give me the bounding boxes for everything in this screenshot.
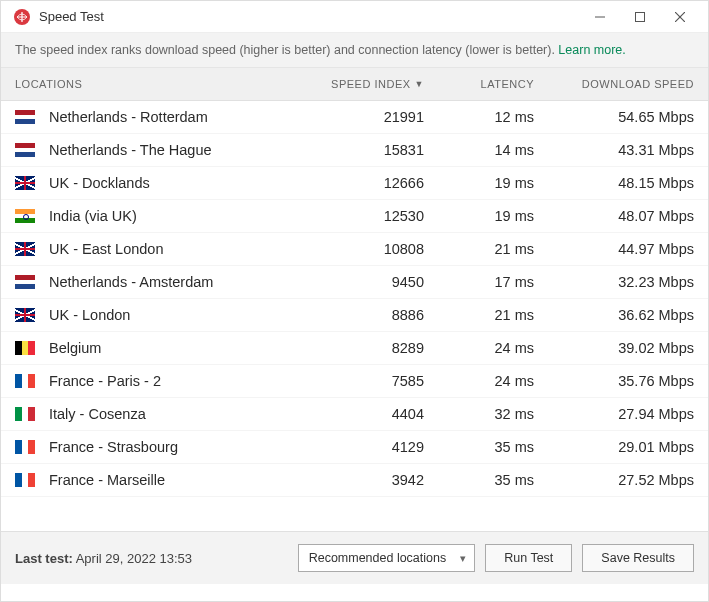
table-body[interactable]: Netherlands - Rotterdam2199112 ms54.65 M… <box>1 101 708 531</box>
latency-value: 21 ms <box>424 241 534 257</box>
location-name: Netherlands - Amsterdam <box>49 274 294 290</box>
flag-icon <box>15 242 35 256</box>
table-row[interactable]: Belgium828924 ms39.02 Mbps <box>1 332 708 365</box>
maximize-button[interactable] <box>620 3 660 31</box>
column-header-download[interactable]: DOWNLOAD SPEED <box>534 78 694 90</box>
location-name: India (via UK) <box>49 208 294 224</box>
table-row[interactable]: France - Marseille394235 ms27.52 Mbps <box>1 464 708 497</box>
latency-value: 21 ms <box>424 307 534 323</box>
locations-dropdown[interactable]: Recommended locations <box>298 544 476 572</box>
speed-index-value: 8886 <box>294 307 424 323</box>
last-test-label: Last test: April 29, 2022 13:53 <box>15 551 192 566</box>
download-value: 35.76 Mbps <box>534 373 694 389</box>
table-row[interactable]: Netherlands - Amsterdam945017 ms32.23 Mb… <box>1 266 708 299</box>
flag-icon <box>15 308 35 322</box>
download-value: 48.15 Mbps <box>534 175 694 191</box>
download-value: 54.65 Mbps <box>534 109 694 125</box>
table-row[interactable]: Netherlands - The Hague1583114 ms43.31 M… <box>1 134 708 167</box>
speed-index-value: 4404 <box>294 406 424 422</box>
table-row[interactable]: UK - East London1080821 ms44.97 Mbps <box>1 233 708 266</box>
latency-value: 12 ms <box>424 109 534 125</box>
table-row[interactable]: India (via UK)1253019 ms48.07 Mbps <box>1 200 708 233</box>
table-row[interactable]: France - Strasbourg412935 ms29.01 Mbps <box>1 431 708 464</box>
speed-index-value: 12666 <box>294 175 424 191</box>
app-icon <box>13 8 31 26</box>
info-bar: The speed index ranks download speed (hi… <box>1 33 708 68</box>
latency-value: 19 ms <box>424 175 534 191</box>
sort-desc-icon: ▼ <box>415 79 424 89</box>
table-header: LOCATIONS SPEED INDEX ▼ LATENCY DOWNLOAD… <box>1 68 708 101</box>
column-header-latency[interactable]: LATENCY <box>424 78 534 90</box>
location-name: France - Paris - 2 <box>49 373 294 389</box>
speed-index-value: 3942 <box>294 472 424 488</box>
svg-rect-2 <box>636 12 645 21</box>
download-value: 36.62 Mbps <box>534 307 694 323</box>
speed-index-value: 8289 <box>294 340 424 356</box>
speed-index-value: 21991 <box>294 109 424 125</box>
speed-index-value: 10808 <box>294 241 424 257</box>
latency-value: 14 ms <box>424 142 534 158</box>
flag-icon <box>15 407 35 421</box>
download-value: 27.94 Mbps <box>534 406 694 422</box>
window-title: Speed Test <box>39 9 580 24</box>
learn-more-link[interactable]: Learn more. <box>558 43 625 57</box>
titlebar: Speed Test <box>1 1 708 33</box>
flag-icon <box>15 110 35 124</box>
column-header-locations[interactable]: LOCATIONS <box>15 78 294 90</box>
latency-value: 35 ms <box>424 472 534 488</box>
flag-icon <box>15 341 35 355</box>
location-name: UK - London <box>49 307 294 323</box>
table-row[interactable]: UK - Docklands1266619 ms48.15 Mbps <box>1 167 708 200</box>
flag-icon <box>15 143 35 157</box>
table-row[interactable]: Italy - Cosenza440432 ms27.94 Mbps <box>1 398 708 431</box>
speed-index-value: 9450 <box>294 274 424 290</box>
table-row[interactable]: Netherlands - Rotterdam2199112 ms54.65 M… <box>1 101 708 134</box>
table-row[interactable]: UK - London888621 ms36.62 Mbps <box>1 299 708 332</box>
download-value: 32.23 Mbps <box>534 274 694 290</box>
location-name: Italy - Cosenza <box>49 406 294 422</box>
close-button[interactable] <box>660 3 700 31</box>
flag-icon <box>15 275 35 289</box>
location-name: UK - Docklands <box>49 175 294 191</box>
flag-icon <box>15 473 35 487</box>
latency-value: 19 ms <box>424 208 534 224</box>
download-value: 27.52 Mbps <box>534 472 694 488</box>
latency-value: 24 ms <box>424 340 534 356</box>
download-value: 48.07 Mbps <box>534 208 694 224</box>
footer: Last test: April 29, 2022 13:53 Recommen… <box>1 531 708 584</box>
flag-icon <box>15 209 35 223</box>
speed-index-value: 4129 <box>294 439 424 455</box>
latency-value: 17 ms <box>424 274 534 290</box>
flag-icon <box>15 440 35 454</box>
flag-icon <box>15 374 35 388</box>
latency-value: 24 ms <box>424 373 534 389</box>
latency-value: 32 ms <box>424 406 534 422</box>
latency-value: 35 ms <box>424 439 534 455</box>
table-row[interactable]: France - Paris - 2758524 ms35.76 Mbps <box>1 365 708 398</box>
location-name: UK - East London <box>49 241 294 257</box>
save-results-button[interactable]: Save Results <box>582 544 694 572</box>
speed-index-value: 15831 <box>294 142 424 158</box>
download-value: 39.02 Mbps <box>534 340 694 356</box>
location-name: Netherlands - The Hague <box>49 142 294 158</box>
speed-index-value: 12530 <box>294 208 424 224</box>
column-header-speed-index[interactable]: SPEED INDEX ▼ <box>294 78 424 90</box>
info-text: The speed index ranks download speed (hi… <box>15 43 558 57</box>
minimize-button[interactable] <box>580 3 620 31</box>
location-name: Belgium <box>49 340 294 356</box>
flag-icon <box>15 176 35 190</box>
speed-index-value: 7585 <box>294 373 424 389</box>
run-test-button[interactable]: Run Test <box>485 544 572 572</box>
location-name: France - Marseille <box>49 472 294 488</box>
download-value: 44.97 Mbps <box>534 241 694 257</box>
location-name: Netherlands - Rotterdam <box>49 109 294 125</box>
download-value: 43.31 Mbps <box>534 142 694 158</box>
window-controls <box>580 3 700 31</box>
location-name: France - Strasbourg <box>49 439 294 455</box>
download-value: 29.01 Mbps <box>534 439 694 455</box>
